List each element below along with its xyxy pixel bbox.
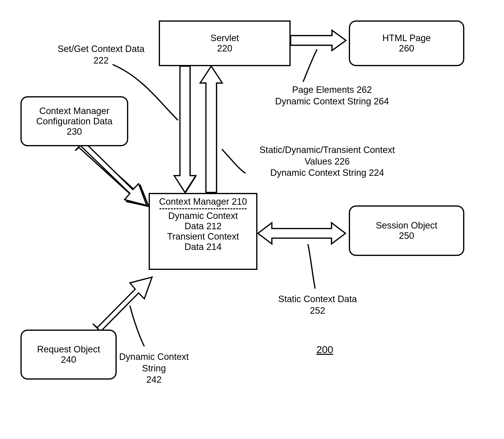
box-config: Context Manager Configuration Data 230: [20, 96, 128, 146]
cm-title: Context Manager 210: [159, 195, 247, 208]
cm-trans2: Data 214: [184, 242, 221, 252]
label-ds-1: Dynamic Context: [111, 351, 197, 363]
label-cv-3: Dynamic Context String 224: [248, 167, 406, 179]
arrow-config-to-cm: [75, 143, 149, 206]
arrow-config-to-cm: [72, 137, 147, 206]
arrow-servlet-down: [175, 66, 195, 193]
label-page-elements: Page Elements 262 Dynamic Context String…: [265, 84, 399, 107]
figure-number-text: 200: [316, 344, 333, 355]
servlet-ref: 220: [217, 43, 232, 54]
label-setget-2: 222: [46, 55, 156, 66]
box-request: Request Object 240: [20, 329, 117, 379]
box-servlet: Servlet 220: [159, 20, 291, 66]
request-title: Request Object: [37, 344, 100, 354]
box-context-manager: Context Manager 210 Dynamic Context Data…: [149, 193, 258, 270]
html-page-title: HTML Page: [382, 33, 431, 43]
arrow-servlet-to-cm: [174, 66, 196, 193]
label-dyn-string: Dynamic Context String 242: [111, 351, 197, 386]
label-pe-2: Dynamic Context String 264: [265, 96, 399, 107]
session-ref: 250: [399, 231, 414, 241]
arrow-request-to-cm: [93, 277, 152, 331]
config-line1: Context Manager: [39, 106, 110, 116]
label-setget: Set/Get Context Data 222: [46, 43, 156, 66]
cm-divider: [160, 208, 246, 209]
leader-226: [222, 149, 245, 173]
label-cv-1: Static/Dynamic/Transient Context: [248, 144, 406, 156]
label-setget-1: Set/Get Context Data: [46, 43, 156, 55]
label-context-values: Static/Dynamic/Transient Context Values …: [248, 144, 406, 179]
label-sd-1: Static Context Data: [267, 293, 368, 305]
figure-number: 200: [310, 344, 339, 355]
cm-dyn2: Data 212: [184, 221, 221, 232]
leader-262: [303, 49, 317, 82]
arrow-cm-to-servlet: [200, 66, 222, 193]
request-ref: 240: [61, 354, 76, 365]
label-static-data: Static Context Data 252: [267, 293, 368, 316]
arrow-cm-session: [258, 223, 345, 244]
box-session: Session Object 250: [349, 206, 464, 256]
label-cv-2: Values 226: [248, 156, 406, 167]
leader-252: [308, 244, 315, 289]
leader-242: [130, 305, 144, 346]
config-line2: Configuration Data: [36, 116, 113, 126]
config-ref: 230: [67, 126, 82, 137]
session-title: Session Object: [376, 220, 437, 231]
label-ds-2: String: [111, 363, 197, 374]
html-page-ref: 260: [399, 43, 414, 54]
label-ds-3: 242: [111, 374, 197, 386]
cm-trans1: Transient Context: [167, 232, 239, 242]
diagram-stage: Servlet 220 HTML Page 260 Context Manage…: [0, 0, 504, 439]
arrow-cm-up: [201, 66, 222, 193]
arrow-servlet-to-html: [291, 31, 345, 50]
label-pe-1: Page Elements 262: [265, 84, 399, 96]
cm-dyn1: Dynamic Context: [168, 211, 238, 221]
servlet-title: Servlet: [210, 33, 239, 43]
label-sd-2: 252: [267, 305, 368, 317]
arrow-servlet-html: [291, 30, 346, 50]
box-html-page: HTML Page 260: [349, 20, 464, 66]
